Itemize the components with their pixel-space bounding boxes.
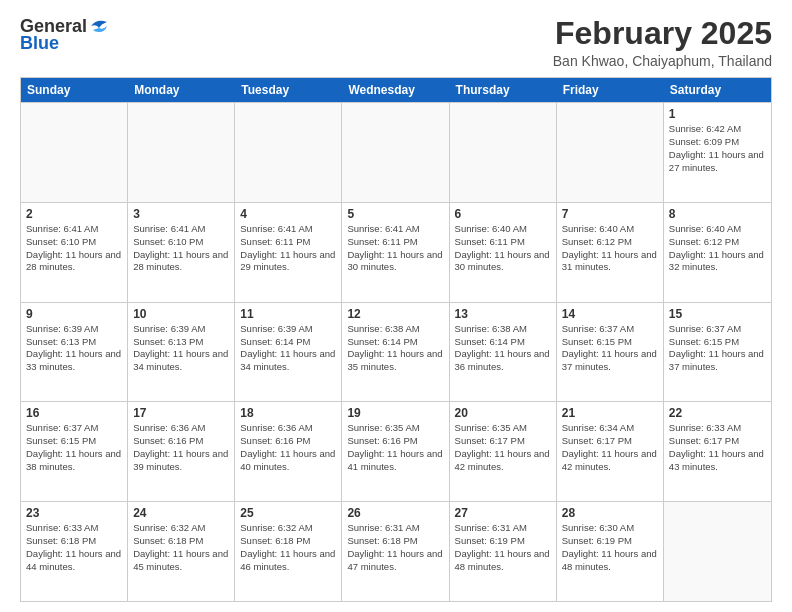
calendar-cell-18: 18Sunrise: 6:36 AM Sunset: 6:16 PM Dayli… [235,402,342,501]
calendar-cell-empty [557,103,664,202]
day-number: 8 [669,207,766,221]
day-info: Sunrise: 6:41 AM Sunset: 6:10 PM Dayligh… [133,223,229,274]
day-info: Sunrise: 6:36 AM Sunset: 6:16 PM Dayligh… [133,422,229,473]
weekday-header-thursday: Thursday [450,78,557,102]
page: General Blue February 2025 Ban Khwao, Ch… [0,0,792,612]
weekday-header-sunday: Sunday [21,78,128,102]
calendar-cell-23: 23Sunrise: 6:33 AM Sunset: 6:18 PM Dayli… [21,502,128,601]
calendar-cell-11: 11Sunrise: 6:39 AM Sunset: 6:14 PM Dayli… [235,303,342,402]
calendar-row-4: 23Sunrise: 6:33 AM Sunset: 6:18 PM Dayli… [21,501,771,601]
calendar-cell-empty [664,502,771,601]
day-info: Sunrise: 6:39 AM Sunset: 6:14 PM Dayligh… [240,323,336,374]
header: General Blue February 2025 Ban Khwao, Ch… [20,16,772,69]
calendar-cell-8: 8Sunrise: 6:40 AM Sunset: 6:12 PM Daylig… [664,203,771,302]
calendar-cell-4: 4Sunrise: 6:41 AM Sunset: 6:11 PM Daylig… [235,203,342,302]
day-info: Sunrise: 6:36 AM Sunset: 6:16 PM Dayligh… [240,422,336,473]
day-info: Sunrise: 6:34 AM Sunset: 6:17 PM Dayligh… [562,422,658,473]
weekday-header-monday: Monday [128,78,235,102]
day-info: Sunrise: 6:40 AM Sunset: 6:12 PM Dayligh… [669,223,766,274]
day-number: 9 [26,307,122,321]
day-number: 6 [455,207,551,221]
day-info: Sunrise: 6:41 AM Sunset: 6:10 PM Dayligh… [26,223,122,274]
calendar-cell-3: 3Sunrise: 6:41 AM Sunset: 6:10 PM Daylig… [128,203,235,302]
calendar-cell-empty [450,103,557,202]
day-number: 21 [562,406,658,420]
calendar-cell-16: 16Sunrise: 6:37 AM Sunset: 6:15 PM Dayli… [21,402,128,501]
day-info: Sunrise: 6:33 AM Sunset: 6:17 PM Dayligh… [669,422,766,473]
day-info: Sunrise: 6:41 AM Sunset: 6:11 PM Dayligh… [347,223,443,274]
day-number: 5 [347,207,443,221]
logo: General Blue [20,16,109,54]
day-info: Sunrise: 6:31 AM Sunset: 6:19 PM Dayligh… [455,522,551,573]
weekday-header-wednesday: Wednesday [342,78,449,102]
day-number: 26 [347,506,443,520]
day-info: Sunrise: 6:33 AM Sunset: 6:18 PM Dayligh… [26,522,122,573]
day-number: 24 [133,506,229,520]
day-number: 16 [26,406,122,420]
day-number: 4 [240,207,336,221]
logo-blue-text: Blue [20,33,59,54]
day-info: Sunrise: 6:38 AM Sunset: 6:14 PM Dayligh… [455,323,551,374]
calendar-header: SundayMondayTuesdayWednesdayThursdayFrid… [21,78,771,102]
calendar-row-2: 9Sunrise: 6:39 AM Sunset: 6:13 PM Daylig… [21,302,771,402]
month-title: February 2025 [553,16,772,51]
day-number: 3 [133,207,229,221]
calendar-cell-13: 13Sunrise: 6:38 AM Sunset: 6:14 PM Dayli… [450,303,557,402]
calendar-cell-27: 27Sunrise: 6:31 AM Sunset: 6:19 PM Dayli… [450,502,557,601]
day-info: Sunrise: 6:41 AM Sunset: 6:11 PM Dayligh… [240,223,336,274]
calendar-cell-5: 5Sunrise: 6:41 AM Sunset: 6:11 PM Daylig… [342,203,449,302]
calendar-cell-15: 15Sunrise: 6:37 AM Sunset: 6:15 PM Dayli… [664,303,771,402]
day-number: 10 [133,307,229,321]
calendar-cell-25: 25Sunrise: 6:32 AM Sunset: 6:18 PM Dayli… [235,502,342,601]
day-info: Sunrise: 6:40 AM Sunset: 6:12 PM Dayligh… [562,223,658,274]
day-number: 7 [562,207,658,221]
day-info: Sunrise: 6:35 AM Sunset: 6:17 PM Dayligh… [455,422,551,473]
day-number: 28 [562,506,658,520]
calendar-cell-6: 6Sunrise: 6:40 AM Sunset: 6:11 PM Daylig… [450,203,557,302]
day-info: Sunrise: 6:31 AM Sunset: 6:18 PM Dayligh… [347,522,443,573]
day-number: 25 [240,506,336,520]
day-info: Sunrise: 6:32 AM Sunset: 6:18 PM Dayligh… [133,522,229,573]
day-info: Sunrise: 6:37 AM Sunset: 6:15 PM Dayligh… [669,323,766,374]
day-number: 22 [669,406,766,420]
day-number: 1 [669,107,766,121]
day-number: 27 [455,506,551,520]
calendar-row-0: 1Sunrise: 6:42 AM Sunset: 6:09 PM Daylig… [21,102,771,202]
calendar-body: 1Sunrise: 6:42 AM Sunset: 6:09 PM Daylig… [21,102,771,601]
calendar-cell-12: 12Sunrise: 6:38 AM Sunset: 6:14 PM Dayli… [342,303,449,402]
weekday-header-friday: Friday [557,78,664,102]
location-title: Ban Khwao, Chaiyaphum, Thailand [553,53,772,69]
calendar-cell-empty [21,103,128,202]
calendar-cell-14: 14Sunrise: 6:37 AM Sunset: 6:15 PM Dayli… [557,303,664,402]
day-info: Sunrise: 6:30 AM Sunset: 6:19 PM Dayligh… [562,522,658,573]
calendar-cell-22: 22Sunrise: 6:33 AM Sunset: 6:17 PM Dayli… [664,402,771,501]
day-number: 17 [133,406,229,420]
day-number: 2 [26,207,122,221]
calendar-cell-10: 10Sunrise: 6:39 AM Sunset: 6:13 PM Dayli… [128,303,235,402]
day-info: Sunrise: 6:39 AM Sunset: 6:13 PM Dayligh… [133,323,229,374]
calendar-cell-empty [128,103,235,202]
day-number: 13 [455,307,551,321]
day-number: 20 [455,406,551,420]
day-info: Sunrise: 6:39 AM Sunset: 6:13 PM Dayligh… [26,323,122,374]
day-number: 18 [240,406,336,420]
calendar-cell-24: 24Sunrise: 6:32 AM Sunset: 6:18 PM Dayli… [128,502,235,601]
day-info: Sunrise: 6:37 AM Sunset: 6:15 PM Dayligh… [26,422,122,473]
calendar-cell-7: 7Sunrise: 6:40 AM Sunset: 6:12 PM Daylig… [557,203,664,302]
title-block: February 2025 Ban Khwao, Chaiyaphum, Tha… [553,16,772,69]
day-info: Sunrise: 6:37 AM Sunset: 6:15 PM Dayligh… [562,323,658,374]
calendar-cell-9: 9Sunrise: 6:39 AM Sunset: 6:13 PM Daylig… [21,303,128,402]
calendar-cell-21: 21Sunrise: 6:34 AM Sunset: 6:17 PM Dayli… [557,402,664,501]
day-number: 19 [347,406,443,420]
calendar-row-3: 16Sunrise: 6:37 AM Sunset: 6:15 PM Dayli… [21,401,771,501]
day-number: 14 [562,307,658,321]
day-number: 23 [26,506,122,520]
calendar: SundayMondayTuesdayWednesdayThursdayFrid… [20,77,772,602]
calendar-cell-17: 17Sunrise: 6:36 AM Sunset: 6:16 PM Dayli… [128,402,235,501]
day-number: 11 [240,307,336,321]
day-info: Sunrise: 6:38 AM Sunset: 6:14 PM Dayligh… [347,323,443,374]
calendar-cell-26: 26Sunrise: 6:31 AM Sunset: 6:18 PM Dayli… [342,502,449,601]
calendar-cell-28: 28Sunrise: 6:30 AM Sunset: 6:19 PM Dayli… [557,502,664,601]
day-number: 15 [669,307,766,321]
day-info: Sunrise: 6:35 AM Sunset: 6:16 PM Dayligh… [347,422,443,473]
